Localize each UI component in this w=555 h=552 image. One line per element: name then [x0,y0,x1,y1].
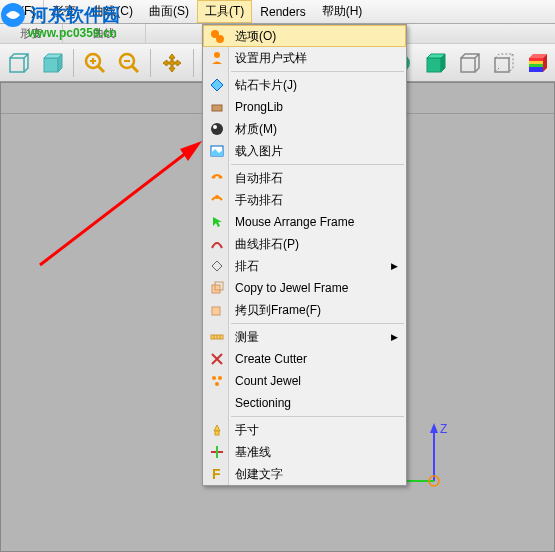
menu-item-count-jewel[interactable]: Count Jewel [203,370,406,392]
menu-item-sectioning[interactable]: Sectioning [203,392,406,414]
toolbar-label-curve: 曲线 [63,24,146,43]
wire-cube2-button[interactable] [488,48,518,78]
menu-item-mouse-arrange[interactable]: Mouse Arrange Frame [203,211,406,233]
copyf-icon [207,302,227,318]
mouse-icon [207,214,227,230]
menu-deform[interactable]: 形变 [43,0,84,23]
text-icon: F [207,466,227,482]
toolbar-label-deform: 形变 [0,24,63,43]
wire-cube2-icon [491,51,515,75]
svg-point-38 [219,176,222,179]
menu-item-material[interactable]: 材质(M) [203,118,406,140]
svg-rect-40 [212,285,220,293]
auto-icon [207,170,227,186]
size-icon [207,422,227,438]
rainbow-cube-button[interactable] [522,48,552,78]
menu-item-diamond-card[interactable]: 钻石卡片(J) [203,74,406,96]
cube-solid-button[interactable] [37,48,67,78]
menu-item-label: 手寸 [227,422,259,439]
cube-solid-icon [40,51,64,75]
separator [150,49,151,77]
menu-item-label: 手动排石 [227,192,283,209]
zoom-in-button[interactable] [80,48,110,78]
cutter-icon [207,351,227,367]
menu-item-measure[interactable]: 测量 ▶ [203,326,406,348]
menu-tools[interactable]: 工具(T) [197,0,252,23]
menu-item-label: 设置用户式样 [227,50,307,67]
menu-item-label: Count Jewel [227,374,301,388]
menu-item-label: 测量 [227,329,259,346]
wire-cube-button[interactable] [454,48,484,78]
gem-icon [207,258,227,274]
wire-cube-icon [457,51,481,75]
menu-file[interactable]: 件(F) [0,0,43,23]
menu-item-ring-size[interactable]: 手寸 [203,419,406,441]
menu-item-label: 曲线排石(P) [227,236,299,253]
count-icon [207,373,227,389]
menu-separator [231,323,404,324]
svg-point-48 [218,376,222,380]
gears-icon [207,28,227,44]
svg-line-4 [98,66,104,72]
menu-item-label: Create Cutter [227,352,307,366]
menu-item-label: 材质(M) [227,121,277,138]
zoom-out-icon [117,51,141,75]
menu-item-load-image[interactable]: 载入图片 [203,140,406,162]
menu-item-label: 创建文字 [227,466,283,483]
svg-rect-20 [529,64,543,67]
section-icon [207,395,227,411]
svg-rect-19 [529,61,543,64]
svg-point-39 [215,195,219,199]
svg-rect-16 [461,58,475,72]
submenu-arrow-icon: ▶ [391,332,398,342]
image-icon [207,143,227,159]
shaded-cube-icon [423,51,447,75]
menu-surface[interactable]: 曲面(S) [141,0,197,23]
shaded-cube-button[interactable] [420,48,450,78]
menu-item-copy-frame[interactable]: 拷贝到Frame(F) [203,299,406,321]
menu-separator [231,164,404,165]
menu-curve[interactable]: 曲线(C) [84,0,141,23]
rainbow-cube-icon [525,51,549,75]
menu-item-auto-stone[interactable]: 自动排石 [203,167,406,189]
svg-point-32 [214,52,220,58]
menu-separator [231,416,404,417]
menu-item-baseline[interactable]: 基准线 [203,441,406,463]
menu-item-create-text[interactable]: F 创建文字 [203,463,406,485]
menu-item-create-cutter[interactable]: Create Cutter [203,348,406,370]
diamond-icon [207,77,227,93]
menu-item-manual-stone[interactable]: 手动排石 [203,189,406,211]
svg-rect-42 [212,307,220,315]
menu-item-user-style[interactable]: 设置用户式样 [203,47,406,69]
menu-item-stone[interactable]: 排石 ▶ [203,255,406,277]
svg-rect-2 [44,58,58,72]
menu-item-copy-jewel[interactable]: Copy to Jewel Frame [203,277,406,299]
menu-item-label: ProngLib [227,100,283,114]
menu-item-label: Mouse Arrange Frame [227,215,354,229]
svg-text:F: F [212,466,221,482]
tools-dropdown: 选项(O) 设置用户式样 钻石卡片(J) ProngLib 材质(M) 载入图片… [202,24,407,486]
svg-line-8 [132,66,138,72]
menu-item-pronglib[interactable]: ProngLib [203,96,406,118]
menu-renders[interactable]: Renders [252,2,313,22]
svg-rect-21 [529,67,543,72]
menu-item-label: 选项(O) [227,28,276,45]
cube-wire-icon [6,51,30,75]
svg-point-35 [213,125,217,129]
menubar: 件(F) 形变 曲线(C) 曲面(S) 工具(T) Renders 帮助(H) [0,0,555,24]
zoom-in-icon [83,51,107,75]
pan-button[interactable] [157,48,187,78]
menu-item-label: 排石 [227,258,259,275]
cube-wire-button[interactable] [3,48,33,78]
menu-separator [231,71,404,72]
menu-help[interactable]: 帮助(H) [314,0,371,23]
menu-item-label: 自动排石 [227,170,283,187]
menu-item-curve-stone[interactable]: 曲线排石(P) [203,233,406,255]
zoom-out-button[interactable] [114,48,144,78]
menu-item-label: Sectioning [227,396,291,410]
menu-item-options[interactable]: 选项(O) [203,25,406,47]
manual-icon [207,192,227,208]
separator [193,49,194,77]
svg-marker-23 [430,423,438,433]
menu-item-label: 基准线 [227,444,271,461]
